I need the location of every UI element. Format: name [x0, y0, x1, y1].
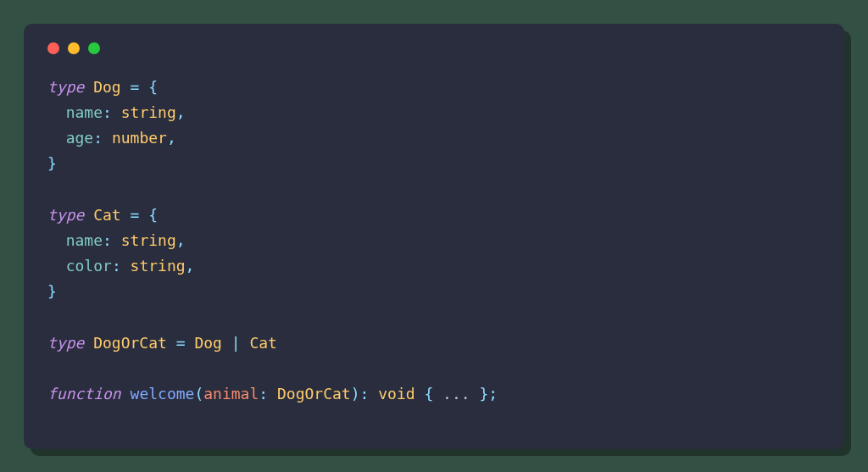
code-token: = {: [121, 206, 158, 224]
code-token: :: [259, 385, 277, 403]
code-token: ): [351, 385, 360, 403]
code-token: type: [47, 334, 93, 352]
code-token: [47, 231, 66, 249]
code-token: :: [93, 129, 112, 147]
code-token: =: [167, 334, 195, 352]
code-token: string: [131, 257, 186, 275]
code-window: type Dog = { name: string, age: number, …: [24, 24, 844, 449]
code-token: Cat: [249, 334, 277, 352]
code-token: :: [112, 257, 131, 275]
code-token: }: [479, 385, 488, 403]
code-token: [47, 257, 66, 275]
code-token: type: [47, 206, 93, 224]
code-token: welcome: [131, 385, 195, 403]
code-token: type: [47, 78, 93, 96]
code-token: ,: [186, 257, 195, 275]
code-token: :: [360, 385, 379, 403]
code-token: :: [103, 231, 121, 249]
code-token: (: [194, 385, 203, 403]
code-block: type Dog = { name: string, age: number, …: [47, 75, 821, 408]
code-token: {: [424, 385, 433, 403]
code-token: string: [121, 231, 176, 249]
code-token: name: [66, 231, 103, 249]
code-token: [415, 385, 425, 403]
code-token: void: [378, 385, 415, 403]
code-token: ,: [167, 129, 176, 147]
code-token: ,: [176, 103, 186, 121]
code-token: ...: [433, 385, 479, 403]
close-icon[interactable]: [47, 42, 59, 54]
window-traffic-lights: [47, 42, 821, 54]
code-token: ;: [488, 385, 498, 403]
code-token: name: [66, 103, 103, 121]
code-token: Cat: [93, 206, 121, 224]
code-token: }: [47, 154, 57, 172]
code-token: DogOrCat: [277, 385, 351, 403]
code-token: DogOrCat: [93, 334, 167, 352]
code-token: }: [47, 282, 57, 300]
minimize-icon[interactable]: [68, 42, 80, 54]
code-token: color: [66, 257, 112, 275]
maximize-icon[interactable]: [88, 42, 100, 54]
code-token: animal: [203, 385, 259, 403]
code-token: string: [121, 103, 176, 121]
code-token: = {: [121, 78, 158, 96]
code-token: Dog: [194, 334, 222, 352]
code-token: [47, 103, 66, 121]
code-token: age: [66, 129, 94, 147]
code-token: number: [112, 129, 167, 147]
code-token: |: [222, 334, 250, 352]
code-token: [47, 129, 66, 147]
code-token: :: [103, 103, 121, 121]
code-token: Dog: [93, 78, 121, 96]
code-token: function: [47, 385, 131, 403]
code-token: ,: [176, 231, 186, 249]
